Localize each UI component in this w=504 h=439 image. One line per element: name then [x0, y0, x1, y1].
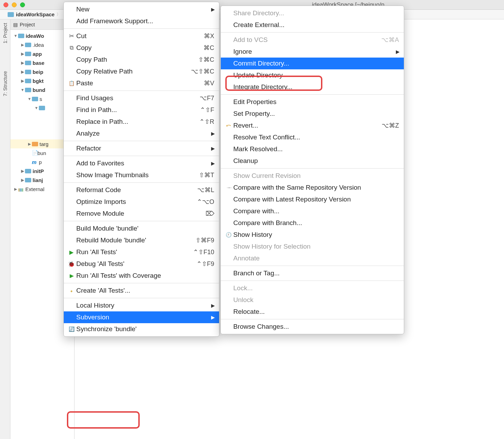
menu-create-tests[interactable]: Create 'All Tests'...	[64, 285, 219, 296]
menu-reformat-code[interactable]: Reformat Code⌥⌘L	[64, 184, 219, 196]
context-menu: New▶ Add Framework Support... Cut⌘X Copy…	[63, 2, 219, 337]
menu-subversion[interactable]: Subversion▶	[64, 311, 219, 323]
menu-find-usages[interactable]: Find Usages⌥F7	[64, 92, 219, 104]
compare-icon	[224, 185, 233, 190]
menu-replace-in-path[interactable]: Replace in Path...⌃⇧R	[64, 116, 219, 128]
menu-build-module[interactable]: Build Module 'bundle'	[64, 223, 219, 234]
menu-lock: Lock...	[221, 282, 404, 294]
project-icon: ▤	[13, 22, 18, 27]
gutter-tab-structure[interactable]: 7: Structure	[2, 71, 8, 96]
maximize-window-button[interactable]	[20, 2, 25, 7]
coverage-icon	[67, 273, 76, 278]
traffic-lights	[3, 2, 25, 7]
menu-rebuild-module[interactable]: Rebuild Module 'bundle'⇧⌘F9	[64, 234, 219, 246]
menu-revert[interactable]: Revert...⌥⌘Z	[221, 120, 404, 131]
menu-share-directory: Share Directory...	[221, 7, 404, 19]
menu-create-external[interactable]: Create External...	[221, 19, 404, 31]
menu-compare-with[interactable]: Compare with...	[221, 205, 404, 217]
subversion-submenu: Share Directory... Create External... Ad…	[220, 6, 404, 334]
scissors-icon	[67, 32, 76, 40]
menu-run-tests[interactable]: Run 'All Tests'⌃⇧F10	[64, 246, 219, 258]
menu-update-directory[interactable]: Update Directory	[221, 69, 404, 81]
revert-icon	[224, 122, 233, 129]
menu-refactor[interactable]: Refactor▶	[64, 143, 219, 154]
menu-optimize-imports[interactable]: Optimize Imports⌃⌥O	[64, 196, 219, 208]
menu-show-current-revision: Show Current Revision	[221, 170, 404, 182]
menu-show-history-selection: Show History for Selection	[221, 241, 404, 252]
run-icon	[67, 249, 76, 256]
menu-cleanup[interactable]: Cleanup	[221, 155, 404, 167]
menu-show-thumbnails[interactable]: Show Image Thumbnails⇧⌘T	[64, 169, 219, 181]
menu-unlock: Unlock	[221, 294, 404, 306]
menu-copy[interactable]: Copy⌘C	[64, 42, 219, 54]
folder-icon	[8, 12, 14, 17]
menu-synchronize[interactable]: Synchronize 'bundle'	[64, 323, 219, 335]
close-window-button[interactable]	[3, 2, 8, 7]
menu-add-framework[interactable]: Add Framework Support...	[64, 15, 219, 27]
copy-icon	[67, 45, 76, 51]
chevron-right-icon: 〉	[57, 11, 61, 17]
menu-run-coverage[interactable]: Run 'All Tests' with Coverage	[64, 270, 219, 282]
menu-edit-properties[interactable]: Edit Properties	[221, 96, 404, 108]
menu-compare-same-repo[interactable]: Compare with the Same Repository Version	[221, 182, 404, 193]
debug-icon	[67, 261, 76, 267]
menu-analyze[interactable]: Analyze▶	[64, 128, 219, 139]
menu-debug-tests[interactable]: Debug 'All Tests'⌃⇧F9	[64, 258, 219, 270]
menu-local-history[interactable]: Local History▶	[64, 300, 219, 311]
menu-show-history[interactable]: Show History	[221, 229, 404, 241]
menu-browse-changes[interactable]: Browse Changes...	[221, 321, 404, 333]
menu-annotate: Annotate	[221, 252, 404, 264]
menu-resolve-conflict[interactable]: Resolve Text Conflict...	[221, 131, 404, 143]
menu-ignore[interactable]: Ignore▶	[221, 46, 404, 58]
sync-icon	[67, 326, 76, 332]
menu-mark-resolved[interactable]: Mark Resolved...	[221, 143, 404, 155]
menu-compare-latest-repo[interactable]: Compare with Latest Repository Version	[221, 193, 404, 205]
left-gutter: 1: Project 7: Structure	[0, 19, 10, 439]
menu-copy-path[interactable]: Copy Path⇧⌘C	[64, 54, 219, 66]
menu-relocate[interactable]: Relocate...	[221, 306, 404, 318]
breadcrumb-root: ideaWorkSpace	[16, 11, 54, 17]
library-icon	[18, 186, 23, 192]
menu-remove-module[interactable]: Remove Module⌦	[64, 208, 219, 220]
clipboard-icon	[67, 80, 76, 86]
menu-new[interactable]: New▶	[64, 3, 219, 15]
create-test-icon	[67, 288, 76, 293]
gutter-tab-project[interactable]: 1: Project	[2, 23, 8, 43]
menu-add-favorites[interactable]: Add to Favorites▶	[64, 157, 219, 169]
menu-find-in-path[interactable]: Find in Path...⌃⇧F	[64, 104, 219, 116]
menu-add-to-vcs: Add to VCS⌥⌘A	[221, 34, 404, 46]
menu-branch-tag[interactable]: Branch or Tag...	[221, 267, 404, 279]
history-icon	[224, 232, 233, 238]
menu-integrate-directory[interactable]: Integrate Directory...	[221, 81, 404, 93]
menu-cut[interactable]: Cut⌘X	[64, 30, 219, 42]
menu-paste[interactable]: Paste⌘V	[64, 77, 219, 89]
menu-copy-relative-path[interactable]: Copy Relative Path⌥⇧⌘C	[64, 66, 219, 77]
menu-set-property[interactable]: Set Property...	[221, 108, 404, 120]
menu-commit-directory[interactable]: Commit Directory...	[221, 58, 404, 69]
menu-compare-branch[interactable]: Compare with Branch...	[221, 217, 404, 229]
minimize-window-button[interactable]	[12, 2, 17, 7]
